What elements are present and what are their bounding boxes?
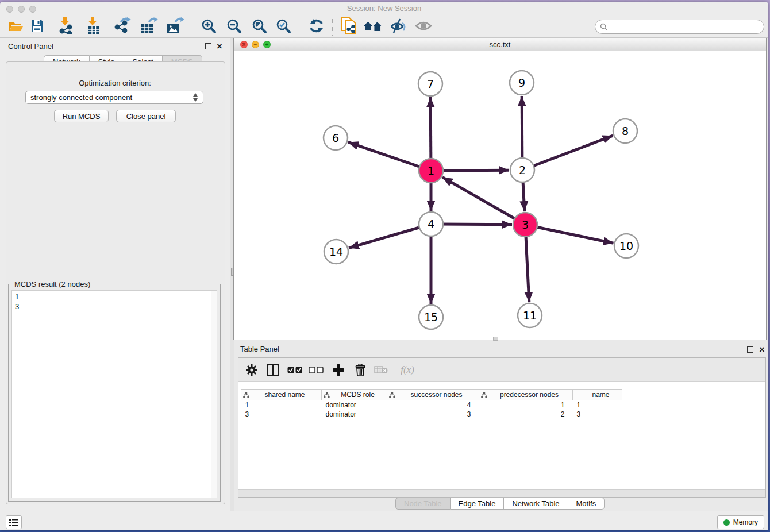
- deselect-all-columns-button[interactable]: [307, 361, 325, 379]
- mcds-result-text[interactable]: 13: [11, 290, 217, 498]
- table-cell: dominator: [322, 410, 387, 419]
- run-mcds-button[interactable]: Run MCDS: [54, 110, 109, 122]
- export-table-button[interactable]: [139, 16, 159, 36]
- graph-node-11[interactable]: 11: [518, 303, 542, 327]
- status-bar: Memory: [0, 511, 768, 530]
- tab-network-table[interactable]: Network Table: [504, 498, 568, 510]
- graph-node-9[interactable]: 9: [510, 71, 534, 95]
- graph-node-8[interactable]: 8: [613, 119, 637, 143]
- search-box: [595, 20, 764, 34]
- graph-node-7[interactable]: 7: [418, 72, 442, 96]
- toolbar-separator: [299, 17, 299, 36]
- table-toolbar: f(x): [238, 358, 765, 382]
- control-panel: Control Panel × NetworkStyleSelectMCDS O…: [0, 38, 230, 511]
- control-panel-title: Control Panel: [8, 42, 53, 51]
- graph-node-10[interactable]: 10: [614, 234, 638, 258]
- window-title: Session: New Session: [0, 4, 768, 13]
- zoom-in-icon: [201, 18, 217, 34]
- graph-node-6[interactable]: 6: [324, 126, 348, 150]
- close-panel-button[interactable]: Close panel: [116, 110, 176, 122]
- table-cell: 1: [479, 400, 573, 410]
- task-history-button[interactable]: [6, 515, 22, 529]
- import-network-button[interactable]: [56, 16, 76, 36]
- function-builder-button[interactable]: f(x): [395, 361, 420, 379]
- memory-status-icon: [723, 519, 730, 526]
- column-header[interactable]: predecessor nodes: [479, 390, 573, 400]
- float-panel-icon[interactable]: [205, 43, 211, 49]
- network-window: × − + scc.txt 1234678910111415: [233, 38, 767, 340]
- graph-node-2[interactable]: 2: [510, 158, 534, 182]
- zoom-out-button[interactable]: [224, 16, 244, 36]
- toolbar-separator: [51, 17, 51, 36]
- zoom-selected-button[interactable]: [274, 16, 293, 36]
- node-label: 14: [329, 245, 343, 258]
- table-cell: 3: [573, 410, 622, 419]
- network-resize-grip[interactable]: [493, 337, 498, 341]
- result-scrollbar[interactable]: [211, 291, 217, 498]
- apply-layout-button[interactable]: [307, 16, 326, 36]
- result-line: 3: [15, 302, 217, 311]
- toggle-panel-layout-button[interactable]: [264, 361, 282, 379]
- clone-network-button[interactable]: [339, 16, 359, 36]
- select-stepper-icon: [193, 93, 198, 102]
- create-column-button[interactable]: [329, 361, 348, 379]
- network-canvas[interactable]: 1234678910111415: [234, 51, 766, 340]
- hide-graphics-details-button[interactable]: [414, 16, 433, 36]
- table-cell: 1: [573, 400, 622, 410]
- column-header-label: successor nodes: [410, 391, 462, 399]
- node-label: 9: [518, 76, 525, 89]
- import-table-icon: [86, 17, 101, 34]
- column-hierarchy-icon: [243, 392, 249, 398]
- zoom-fit-button[interactable]: [249, 16, 269, 36]
- edge-3-10[interactable]: [525, 225, 613, 243]
- graph-node-15[interactable]: 15: [419, 305, 443, 329]
- graph-node-4[interactable]: 4: [419, 212, 443, 236]
- close-panel-icon[interactable]: ×: [215, 42, 224, 51]
- tab-motifs[interactable]: Motifs: [568, 498, 605, 510]
- save-session-button[interactable]: [28, 16, 47, 36]
- column-header[interactable]: shared name: [241, 390, 322, 400]
- column-header[interactable]: MCDS role: [322, 390, 387, 400]
- edge-3-1[interactable]: [442, 177, 525, 225]
- search-input[interactable]: [610, 23, 764, 31]
- delete-table-icon: [374, 365, 388, 375]
- import-table-button[interactable]: [84, 16, 103, 36]
- node-label: 3: [522, 218, 529, 231]
- table-cell: 4: [387, 400, 479, 410]
- criterion-select[interactable]: strongly connected component: [25, 91, 203, 104]
- zoom-fit-icon: [252, 18, 267, 34]
- delete-table-button[interactable]: [372, 361, 390, 379]
- column-header[interactable]: successor nodes: [387, 390, 479, 400]
- memory-button[interactable]: Memory: [717, 515, 764, 529]
- graph-node-1[interactable]: 1: [419, 159, 443, 183]
- graph-node-3[interactable]: 3: [513, 213, 537, 237]
- delete-columns-button[interactable]: [351, 361, 369, 379]
- edge-4-14[interactable]: [349, 224, 431, 248]
- first-neighbors-button[interactable]: [363, 16, 383, 36]
- edge-2-8[interactable]: [522, 136, 613, 170]
- export-network-button[interactable]: [113, 16, 132, 36]
- select-all-columns-button[interactable]: [286, 361, 304, 379]
- table-float-icon[interactable]: [747, 346, 753, 353]
- eye-icon: [415, 20, 432, 32]
- open-session-button[interactable]: [6, 16, 25, 36]
- clone-network-icon: [341, 17, 357, 35]
- column-settings-button[interactable]: [242, 361, 261, 379]
- column-header[interactable]: name: [573, 390, 622, 400]
- table-row[interactable]: 3dominator323: [241, 410, 622, 419]
- graph-node-14[interactable]: 14: [324, 240, 348, 264]
- tab-edge-table[interactable]: Edge Table: [451, 498, 505, 510]
- node-label: 1: [428, 164, 434, 177]
- show-graphics-details-button[interactable]: [388, 16, 408, 36]
- table-cell: 3: [387, 410, 479, 419]
- tab-node-table[interactable]: Node Table: [395, 498, 451, 510]
- edge-1-6[interactable]: [348, 142, 431, 171]
- plus-icon: [333, 364, 344, 376]
- table-panel-body: f(x) shared nameMCDS rolesuccessor nodes…: [238, 357, 766, 498]
- table-row[interactable]: 1dominator411: [241, 400, 622, 410]
- export-image-button[interactable]: [165, 16, 185, 36]
- zoom-in-button[interactable]: [199, 16, 218, 36]
- table-panel-title: Table Panel: [240, 345, 279, 353]
- table-close-icon[interactable]: ×: [757, 345, 767, 354]
- node-table: shared nameMCDS rolesuccessor nodesprede…: [241, 389, 622, 419]
